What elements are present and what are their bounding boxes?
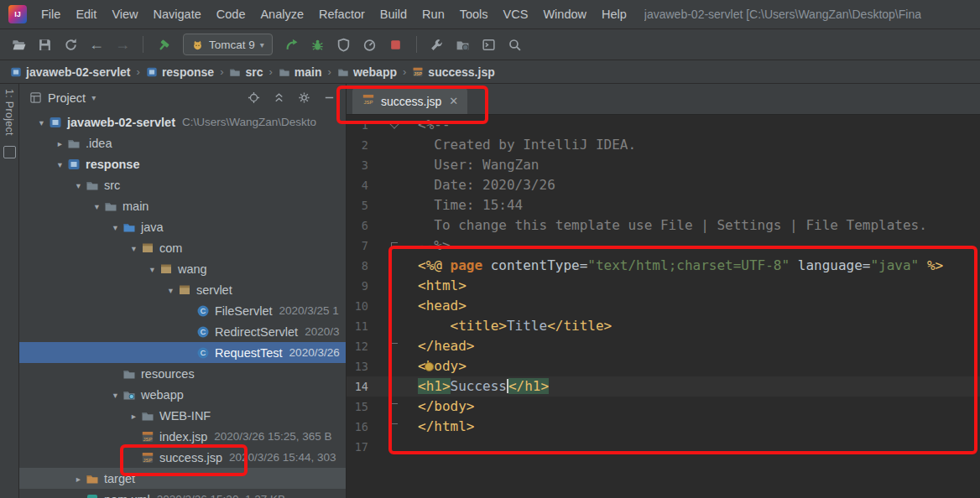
run-icon[interactable] bbox=[282, 34, 302, 54]
sync-icon[interactable] bbox=[60, 34, 81, 54]
chevron-down-icon[interactable]: ▾ bbox=[91, 93, 96, 102]
fold-end-icon[interactable] bbox=[391, 242, 398, 250]
tree-item-target[interactable]: ▸target bbox=[19, 468, 346, 489]
menu-item-tools[interactable]: Tools bbox=[452, 5, 496, 23]
save-icon[interactable] bbox=[34, 34, 55, 54]
breadcrumb-item-main[interactable]: main bbox=[279, 65, 322, 79]
fold-end-icon[interactable] bbox=[391, 423, 398, 431]
code-line-15[interactable]: 15</body> bbox=[347, 397, 980, 417]
project-toolwindow-icon[interactable] bbox=[3, 146, 16, 158]
code-line-13[interactable]: 13<body> bbox=[347, 356, 980, 376]
tree-expand-down-icon[interactable]: ▾ bbox=[164, 285, 178, 295]
tree-item-java[interactable]: ▾java bbox=[19, 216, 346, 237]
open-icon[interactable] bbox=[8, 34, 29, 54]
fold-open-icon[interactable] bbox=[389, 119, 399, 128]
tree-expand-right-icon[interactable]: ▸ bbox=[53, 138, 67, 148]
menu-item-vcs[interactable]: VCS bbox=[496, 5, 536, 23]
build-hammer-icon[interactable] bbox=[154, 34, 174, 54]
back-icon[interactable]: ← bbox=[86, 34, 107, 54]
debug-icon[interactable] bbox=[308, 34, 328, 54]
tree-expand-down-icon[interactable]: ▾ bbox=[127, 243, 141, 253]
code-line-3[interactable]: 3 User: WangZan bbox=[347, 155, 980, 175]
profiler-icon[interactable] bbox=[360, 34, 380, 54]
menu-item-navigate[interactable]: Navigate bbox=[146, 5, 209, 23]
tree-item-web-inf[interactable]: ▸WEB-INF bbox=[19, 405, 346, 426]
code-line-7[interactable]: 7--%> bbox=[347, 236, 980, 256]
menu-item-analyze[interactable]: Analyze bbox=[253, 5, 311, 23]
breadcrumb-item-success-jsp[interactable]: JSPsuccess.jsp bbox=[412, 65, 494, 79]
intention-bulb-icon[interactable] bbox=[425, 362, 434, 371]
menu-item-file[interactable]: File bbox=[34, 5, 68, 23]
hide-panel-icon[interactable] bbox=[323, 91, 336, 104]
tree-item-javaweb-02-servlet[interactable]: ▾javaweb-02-servletC:\Users\WangZan\Desk… bbox=[19, 112, 346, 132]
tree-expand-down-icon[interactable]: ▾ bbox=[90, 201, 104, 211]
code-line-8[interactable]: 8<%@ page contentType="text/html;charset… bbox=[347, 256, 980, 276]
project-structure-icon[interactable] bbox=[453, 34, 473, 54]
tree-item-servlet[interactable]: ▾servlet bbox=[19, 279, 346, 300]
tree-item-response[interactable]: ▾response bbox=[19, 153, 346, 174]
code-line-17[interactable]: 17 bbox=[347, 437, 980, 457]
tree-expand-down-icon[interactable]: ▾ bbox=[34, 117, 49, 127]
collapse-all-icon[interactable] bbox=[273, 91, 285, 104]
run-config-select[interactable]: Tomcat 9 ▾ bbox=[183, 34, 273, 55]
fold-end-icon[interactable] bbox=[391, 403, 398, 411]
locate-file-icon[interactable] bbox=[248, 91, 260, 104]
tree-item-fileservlet[interactable]: CFileServlet2020/3/25 1 bbox=[19, 300, 346, 321]
code-line-1[interactable]: 1<%-- bbox=[347, 115, 980, 135]
tree-item-wang[interactable]: ▾wang bbox=[19, 258, 346, 279]
tree-expand-down-icon[interactable]: ▾ bbox=[71, 180, 86, 190]
close-icon[interactable]: ✕ bbox=[449, 95, 458, 107]
project-panel-title[interactable]: Project bbox=[48, 91, 86, 105]
breadcrumb-item-javaweb-02-servlet[interactable]: javaweb-02-servlet bbox=[10, 65, 131, 79]
tree-item-webapp[interactable]: ▾webapp bbox=[19, 384, 346, 405]
menu-item-help[interactable]: Help bbox=[594, 5, 634, 23]
editor-code[interactable]: 1<%--2 Created by IntelliJ IDEA.3 User: … bbox=[347, 115, 980, 498]
menu-item-view[interactable]: View bbox=[104, 5, 145, 23]
code-line-14[interactable]: 14<h1>Success</h1> bbox=[347, 376, 980, 397]
menu-item-window[interactable]: Window bbox=[535, 5, 594, 23]
toolwindow-tab-project[interactable]: 1: Project bbox=[3, 86, 15, 138]
tree-item-com[interactable]: ▾com bbox=[19, 237, 346, 258]
tree-item-requesttest[interactable]: CRequestTest2020/3/26 bbox=[19, 342, 346, 363]
code-line-12[interactable]: 12</head> bbox=[347, 336, 980, 356]
menu-item-refactor[interactable]: Refactor bbox=[311, 5, 373, 23]
tree-expand-down-icon[interactable]: ▾ bbox=[53, 159, 67, 169]
code-line-11[interactable]: 11 <title>Title</title> bbox=[347, 316, 980, 336]
code-line-2[interactable]: 2 Created by IntelliJ IDEA. bbox=[347, 135, 980, 155]
menu-item-edit[interactable]: Edit bbox=[68, 5, 104, 23]
menu-item-code[interactable]: Code bbox=[209, 5, 253, 23]
code-line-10[interactable]: 10<head> bbox=[347, 296, 980, 316]
coverage-icon[interactable] bbox=[334, 34, 354, 54]
menu-item-build[interactable]: Build bbox=[373, 5, 414, 23]
tree-expand-right-icon[interactable]: ▸ bbox=[71, 474, 86, 484]
tab-success-jsp[interactable]: JSP success.jsp ✕ bbox=[352, 88, 467, 114]
tree-item-success-jsp[interactable]: JSPsuccess.jsp2020/3/26 15:44, 303 bbox=[19, 447, 346, 468]
code-line-5[interactable]: 5 Time: 15:44 bbox=[347, 195, 980, 215]
tree-item-pom-xml[interactable]: mpom.xml2020/3/26 15:20, 1.27 KB bbox=[19, 489, 346, 498]
tree-item-main[interactable]: ▾main bbox=[19, 195, 346, 216]
gear-icon[interactable] bbox=[298, 91, 310, 104]
tree-expand-down-icon[interactable]: ▾ bbox=[108, 222, 122, 232]
tree-expand-right-icon[interactable]: ▸ bbox=[127, 411, 141, 421]
wrench-icon[interactable] bbox=[427, 34, 447, 54]
stop-icon[interactable] bbox=[386, 34, 406, 54]
fold-end-icon[interactable] bbox=[391, 343, 398, 350]
code-line-9[interactable]: 9<html> bbox=[347, 276, 980, 296]
code-line-4[interactable]: 4 Date: 2020/3/26 bbox=[347, 175, 980, 195]
breadcrumb-item-src[interactable]: src bbox=[229, 65, 263, 79]
forward-icon[interactable]: → bbox=[112, 34, 133, 54]
code-line-6[interactable]: 6 To change this template use File | Set… bbox=[347, 215, 980, 236]
breadcrumb-item-response[interactable]: response bbox=[146, 65, 214, 79]
terminal-icon[interactable] bbox=[479, 34, 499, 54]
tree-item--idea[interactable]: ▸.idea bbox=[19, 132, 346, 153]
tree-item-redirectservlet[interactable]: CRedirectServlet2020/3 bbox=[19, 321, 346, 342]
tree-expand-down-icon[interactable]: ▾ bbox=[108, 390, 122, 400]
search-icon[interactable] bbox=[505, 34, 525, 54]
tree-item-src[interactable]: ▾src bbox=[19, 174, 346, 195]
tree-item-index-jsp[interactable]: JSPindex.jsp2020/3/26 15:25, 365 B bbox=[19, 426, 346, 447]
tree-item-resources[interactable]: resources bbox=[19, 363, 346, 384]
tree-expand-down-icon[interactable]: ▾ bbox=[145, 264, 159, 274]
breadcrumb-item-webapp[interactable]: webapp bbox=[337, 65, 397, 79]
menu-item-run[interactable]: Run bbox=[414, 5, 452, 23]
code-line-16[interactable]: 16</html> bbox=[347, 417, 980, 437]
